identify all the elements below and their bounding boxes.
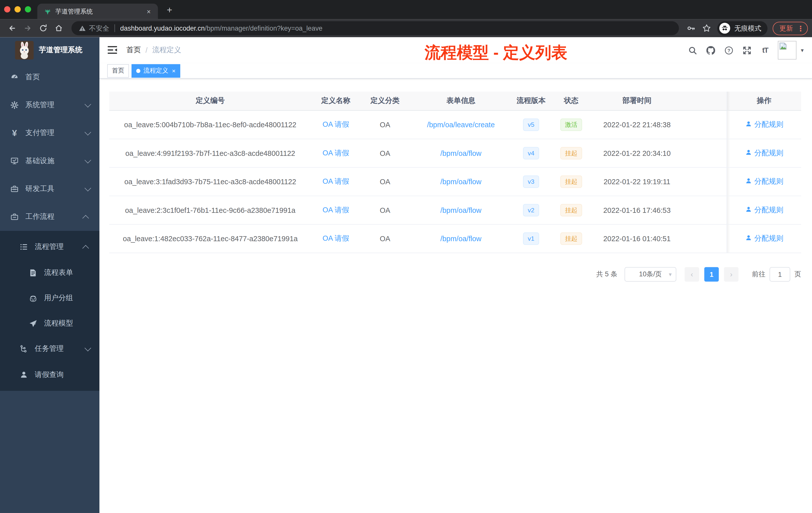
browser-tab[interactable]: 芋道管理系统 ×	[37, 3, 158, 19]
pagination: 共 5 条 10条/页 ▾ ‹ 1 › 前往 页	[109, 267, 801, 281]
github-icon[interactable]	[705, 44, 716, 56]
page-size-select[interactable]: 10条/页 ▾	[625, 267, 676, 281]
form-info-link[interactable]: /bpm/oa/flow	[440, 206, 482, 214]
screen: 芋道管理系统 × + 不安全 dashboard.yudao.iocoder.c…	[0, 0, 812, 513]
version-badge: v3	[523, 175, 539, 188]
sidebar-item-process-form[interactable]: 流程表单	[0, 260, 99, 285]
browser-update-button[interactable]: 更新 ⋮	[773, 22, 808, 35]
caret-down-icon[interactable]: ▾	[801, 47, 804, 54]
col-deploy-time: 部署时间	[592, 92, 682, 110]
table-row: oa_leave:4:991f2193-7b7f-11ec-a3c8-acde4…	[109, 139, 801, 168]
search-icon[interactable]	[687, 44, 698, 56]
table-row: oa_leave:3:1fad3d93-7b75-11ec-a3c8-acde4…	[109, 168, 801, 196]
deploy-time: 2022-01-16 17:46:53	[592, 196, 682, 224]
definition-name-link[interactable]: OA 请假	[323, 177, 349, 186]
assign-rule-link[interactable]: 分配规则	[745, 120, 783, 129]
monitor-icon	[10, 157, 19, 165]
chevron-down-icon: ▾	[669, 271, 672, 278]
update-label[interactable]: 更新	[779, 24, 793, 33]
chevron-down-icon	[85, 184, 91, 191]
version-badge: v2	[523, 204, 539, 217]
sidebar-logo[interactable]: 芋道管理系统	[0, 37, 99, 63]
next-page-button[interactable]: ›	[724, 267, 738, 281]
chevron-up-icon	[82, 215, 89, 221]
sidebar-item-home[interactable]: 首页	[0, 63, 99, 91]
fullscreen-icon[interactable]	[741, 44, 753, 56]
not-secure-warning-icon	[79, 25, 86, 32]
sidebar-item-process-management[interactable]: 流程管理	[0, 234, 99, 260]
window-controls	[4, 6, 31, 12]
spacer-cell	[682, 139, 726, 167]
definition-id: oa_leave:5:004b710b-7b8a-11ec-8ef0-acde4…	[109, 111, 311, 139]
form-info-link[interactable]: /bpm/oa/flow	[440, 177, 482, 186]
assign-rule-link[interactable]: 分配规则	[745, 177, 783, 186]
sidebar-menu: 首页系统管理¥支付管理基础设施研发工具工作流程流程管理流程表单用户分组流程模型任…	[0, 63, 99, 513]
tag-label: 流程定义	[143, 66, 168, 75]
avatar[interactable]	[778, 41, 797, 59]
incognito-icon	[719, 23, 730, 34]
address-bar[interactable]: 不安全 dashboard.yudao.iocoder.cn /bpm/mana…	[71, 21, 679, 35]
sidebar-item-user-group[interactable]: 用户分组	[0, 285, 99, 310]
sidebar-item-dev-tools[interactable]: 研发工具	[0, 175, 99, 203]
password-key-icon[interactable]	[685, 22, 697, 35]
tag-home[interactable]: 首页	[107, 64, 129, 78]
sidebar-item-process-model[interactable]: 流程模型	[0, 311, 99, 336]
breadcrumb-home[interactable]: 首页	[126, 46, 141, 55]
sidebar-item-workflow[interactable]: 工作流程	[0, 203, 99, 231]
breadcrumb-current: 流程定义	[152, 46, 181, 55]
goto-page-input[interactable]	[770, 267, 790, 281]
gear-icon	[10, 101, 19, 109]
font-size-icon[interactable]: tT	[759, 44, 771, 56]
chevron-down-icon	[85, 157, 91, 163]
col-actions: 操作	[727, 92, 801, 110]
definition-id: oa_leave:1:482ec033-762a-11ec-8477-a2380…	[109, 224, 311, 252]
assign-rule-link[interactable]: 分配规则	[745, 234, 783, 243]
navbar-actions: ? tT ▾	[680, 41, 804, 59]
sidebar-item-label: 支付管理	[25, 128, 55, 138]
new-tab-button[interactable]: +	[164, 4, 175, 16]
help-question-icon[interactable]: ?	[723, 44, 734, 56]
definition-category: OA	[360, 139, 410, 167]
forward-icon[interactable]	[21, 22, 34, 35]
bookmark-star-icon[interactable]	[700, 22, 713, 35]
back-icon[interactable]	[6, 22, 18, 35]
version-badge: v5	[523, 118, 539, 131]
definition-name-link[interactable]: OA 请假	[323, 206, 349, 215]
table-body: oa_leave:5:004b710b-7b8a-11ec-8ef0-acde4…	[109, 111, 801, 253]
window-close-button[interactable]	[4, 6, 10, 12]
form-doc-icon	[29, 268, 37, 277]
sidebar-item-leave-query[interactable]: 请假查询	[0, 362, 99, 388]
sidebar-item-infrastructure[interactable]: 基础设施	[0, 147, 99, 175]
browser-menu-icon[interactable]: ⋮	[797, 25, 804, 32]
window-maximize-button[interactable]	[25, 6, 31, 12]
reload-icon[interactable]	[37, 22, 49, 35]
definition-name-link[interactable]: OA 请假	[323, 149, 349, 158]
definition-name-link[interactable]: OA 请假	[323, 234, 349, 243]
user-icon	[745, 121, 754, 129]
sidebar-item-system-management[interactable]: 系统管理	[0, 91, 99, 119]
toolbox-icon	[10, 185, 19, 193]
user-icon	[745, 149, 754, 157]
home-icon[interactable]	[52, 22, 65, 35]
page-size-value: 10条/页	[639, 270, 662, 279]
user-icon	[745, 206, 754, 214]
tag-close-icon[interactable]: ×	[172, 67, 175, 74]
sidebar-item-payment-management[interactable]: ¥支付管理	[0, 119, 99, 147]
form-info-link[interactable]: /bpm/oa/flow	[440, 234, 482, 243]
page-1-button[interactable]: 1	[704, 267, 719, 281]
security-label[interactable]: 不安全	[89, 24, 109, 33]
tag-process-definition[interactable]: 流程定义 ×	[132, 64, 180, 78]
assign-rule-link[interactable]: 分配规则	[745, 206, 783, 215]
definition-name-link[interactable]: OA 请假	[323, 120, 349, 129]
tab-close-icon[interactable]: ×	[145, 7, 153, 16]
user-icon	[745, 177, 754, 186]
form-info-link[interactable]: /bpm/oa/leave/create	[427, 121, 495, 129]
sidebar-item-label: 系统管理	[25, 100, 55, 110]
form-info-link[interactable]: /bpm/oa/flow	[440, 149, 482, 157]
sidebar-item-task-management[interactable]: 任务管理	[0, 336, 99, 362]
collapse-sidebar-icon[interactable]	[108, 46, 118, 55]
table-header-row: 定义编号 定义名称 定义分类 表单信息 流程版本 状态 部署时间 操作	[109, 92, 801, 111]
window-minimize-button[interactable]	[14, 6, 21, 12]
assign-rule-link[interactable]: 分配规则	[745, 149, 783, 158]
prev-page-button[interactable]: ‹	[685, 267, 699, 281]
